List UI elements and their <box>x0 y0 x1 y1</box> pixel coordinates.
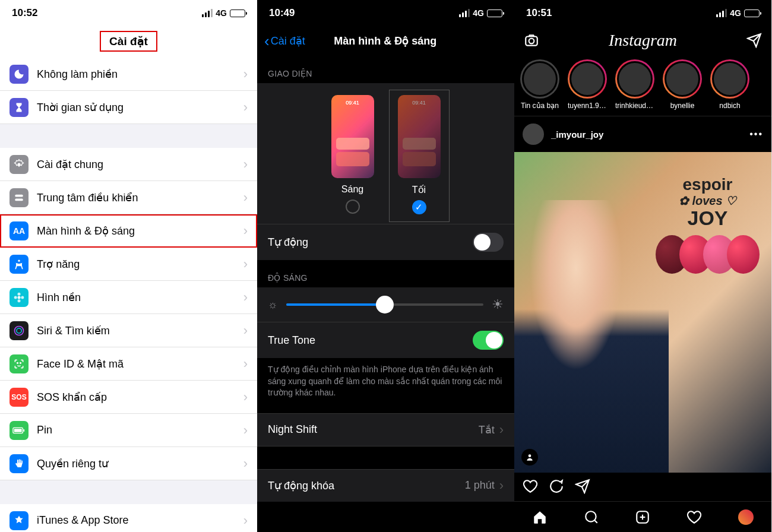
row-do-not-disturb[interactable]: Không làm phiền › <box>0 58 257 91</box>
story-own[interactable]: Tin của bạn <box>520 59 559 110</box>
toggle-on[interactable] <box>473 331 504 350</box>
avatar <box>712 61 748 97</box>
row-wallpaper[interactable]: Hình nền › <box>0 281 257 314</box>
row-label: Face ID & Mật mã <box>37 357 243 370</box>
post-avatar[interactable] <box>523 124 544 145</box>
story-item[interactable]: ndbich <box>710 59 749 110</box>
settings-screen: 10:52 4G Cài đặt Không làm phiền › Thời … <box>0 0 257 532</box>
brightness-slider[interactable] <box>286 303 484 306</box>
tab-home[interactable] <box>532 509 548 525</box>
appstore-icon <box>10 511 29 530</box>
battery-icon <box>10 421 29 440</box>
battery-icon <box>744 10 760 17</box>
svg-point-8 <box>21 296 24 299</box>
story-item[interactable]: bynellie <box>663 59 702 110</box>
chevron-right-icon: › <box>243 513 248 528</box>
network-label: 4G <box>216 8 227 18</box>
post-actions <box>514 473 771 500</box>
sos-icon: SOS <box>10 388 29 407</box>
hourglass-icon <box>10 98 29 117</box>
story-item[interactable]: trinhkieudie... <box>615 59 654 110</box>
flower-icon <box>10 288 29 307</box>
signal-icon <box>459 9 470 17</box>
row-label: SOS khẩn cấp <box>37 391 243 404</box>
row-itunes[interactable]: iTunes & App Store › <box>0 504 257 532</box>
row-truetone[interactable]: True Tone <box>257 322 514 358</box>
tab-profile[interactable] <box>738 509 754 525</box>
svg-rect-2 <box>15 198 23 201</box>
send-icon[interactable] <box>746 33 762 48</box>
chevron-right-icon: › <box>243 190 248 205</box>
tab-activity[interactable] <box>686 509 702 525</box>
row-screen-time[interactable]: Thời gian sử dụng › <box>0 91 257 124</box>
row-label: Pin <box>37 424 243 436</box>
appearance-dark[interactable]: 09:41 Tối ✓ <box>390 90 449 221</box>
settings-list: Không làm phiền › Thời gian sử dụng › Cà… <box>0 58 257 532</box>
chevron-right-icon: › <box>499 478 504 493</box>
row-label: Quyền riêng tư <box>37 457 243 470</box>
row-display-brightness[interactable]: AA Màn hình & Độ sáng › <box>0 214 257 248</box>
chevron-right-icon: › <box>243 456 248 471</box>
avatar <box>665 61 700 97</box>
tab-search[interactable] <box>584 509 599 525</box>
row-label: Cài đặt chung <box>37 158 243 171</box>
row-siri[interactable]: Siri & Tìm kiếm › <box>0 314 257 347</box>
auto-label: Tự động <box>268 236 473 249</box>
radio-checked-icon: ✓ <box>412 200 426 214</box>
status-bar: 10:51 4G <box>514 0 771 26</box>
row-faceid[interactable]: Face ID & Mật mã › <box>0 347 257 381</box>
story-label: bynellie <box>663 102 702 110</box>
story-label: Tin của bạn <box>520 102 559 110</box>
battery-icon <box>230 10 245 17</box>
status-right: 4G <box>459 8 502 18</box>
avatar <box>569 61 605 97</box>
row-general[interactable]: Cài đặt chung › <box>0 148 257 181</box>
row-automatic[interactable]: Tự động <box>257 224 514 260</box>
accessibility-icon <box>10 255 29 274</box>
row-label: Không làm phiền <box>37 68 243 81</box>
row-sos[interactable]: SOS SOS khẩn cấp › <box>0 381 257 414</box>
balloon-prop: espoir ✿ loves ♡ JOY <box>656 176 760 274</box>
like-icon[interactable] <box>523 479 538 494</box>
story-item[interactable]: tuyenn1.9.7.6 <box>568 59 607 110</box>
share-icon[interactable] <box>575 479 590 494</box>
section-brightness-header: ĐỘ SÁNG <box>257 260 514 287</box>
appearance-light[interactable]: 09:41 Sáng <box>331 95 374 214</box>
status-right: 4G <box>202 8 245 18</box>
row-accessibility[interactable]: Trợ năng › <box>0 248 257 281</box>
signal-icon <box>202 9 213 17</box>
svg-point-10 <box>17 328 21 332</box>
svg-point-18 <box>529 454 531 457</box>
status-bar: 10:49 4G <box>257 0 514 26</box>
instagram-screen: 10:51 4G Instagram Tin của bạn tuyenn1.9… <box>514 0 771 532</box>
comment-icon[interactable] <box>549 479 564 494</box>
row-label: Màn hình & Độ sáng <box>37 224 243 238</box>
row-label: Thời gian sử dụng <box>37 101 243 114</box>
post-image[interactable]: espoir ✿ loves ♡ JOY <box>514 152 771 473</box>
row-label: Siri & Tìm kiếm <box>37 324 243 337</box>
row-label: Hình nền <box>37 291 243 304</box>
camera-icon[interactable] <box>524 33 539 48</box>
stories-row[interactable]: Tin của bạn tuyenn1.9.7.6 trinhkieudie..… <box>514 55 771 116</box>
tagged-people-icon[interactable] <box>521 449 538 466</box>
tab-bar <box>514 501 771 532</box>
more-icon[interactable]: ••• <box>749 129 763 140</box>
svg-point-11 <box>17 362 18 363</box>
post-username[interactable]: _imyour_joy <box>551 129 742 140</box>
svg-rect-15 <box>23 429 24 432</box>
nav-bar: ‹ Cài đặt Màn hình & Độ sáng <box>257 26 514 56</box>
dark-label: Tối <box>398 184 441 195</box>
faceid-icon <box>10 354 29 373</box>
row-battery[interactable]: Pin › <box>0 414 257 447</box>
chevron-right-icon: › <box>243 223 248 239</box>
row-autolock[interactable]: Tự động khóa 1 phút › <box>257 469 514 502</box>
toggle-off[interactable] <box>473 233 504 252</box>
tab-add[interactable] <box>635 509 650 525</box>
row-nightshift[interactable]: Night Shift Tắt › <box>257 413 514 446</box>
section-appearance-header: GIAO DIỆN <box>257 56 514 83</box>
row-privacy[interactable]: Quyền riêng tư › <box>0 447 257 480</box>
display-brightness-screen: 10:49 4G ‹ Cài đặt Màn hình & Độ sáng GI… <box>257 0 514 532</box>
text-size-icon: AA <box>10 221 29 240</box>
row-control-center[interactable]: Trung tâm điều khiển › <box>0 181 257 214</box>
brightness-slider-row: ☼ ☀ <box>257 287 514 322</box>
